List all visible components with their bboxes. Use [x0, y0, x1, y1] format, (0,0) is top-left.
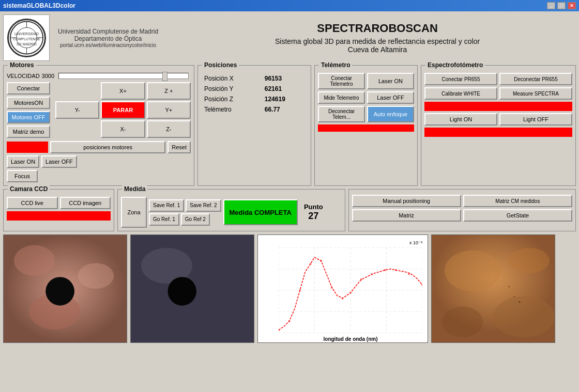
motores-panel: Motores VELOCIDAD 3000 Conectar MotoresO…: [3, 65, 194, 186]
conectar-button[interactable]: Conectar: [7, 82, 50, 95]
medida-title: Medida: [122, 185, 147, 193]
svg-rect-59: [514, 296, 515, 297]
university-logo: UNIVERSIDAD COMPLUTENSE DE MADRID: [7, 19, 46, 57]
motores-off-button[interactable]: Motores OFF: [7, 111, 50, 123]
pos-z-value: 124619: [263, 95, 307, 104]
conectar-telemetro-button[interactable]: Conectar Telemetro: [318, 73, 365, 89]
close-button[interactable]: ✕: [568, 2, 576, 9]
matriz-demo-button[interactable]: Matriz demo: [7, 126, 50, 138]
logo-box: UNIVERSIDAD COMPLUTENSE DE MADRID: [3, 14, 50, 61]
medida-completa-button[interactable]: Medida COMPLETA: [223, 199, 298, 225]
svg-point-57: [509, 248, 550, 274]
chart-y-label: x 10⁻³: [279, 240, 422, 245]
motores-controls: Conectar MotoresON Motores OFF Matriz de…: [7, 82, 191, 138]
motores-title: Motores: [8, 61, 36, 69]
app-subtitle1: Sistema global 3D para medida de reflect…: [179, 37, 576, 45]
window-controls: _ □ ✕: [547, 2, 576, 9]
ccd-imagen-button[interactable]: CCD imagen: [60, 197, 111, 209]
xminus-button[interactable]: X-: [101, 120, 145, 138]
maximize-button[interactable]: □: [557, 2, 566, 9]
svg-text:×: ×: [309, 262, 312, 266]
motores-on-button[interactable]: MotoresON: [7, 97, 50, 109]
punto-label: Punto: [304, 203, 323, 211]
camara-buttons: CCD live CCD imagen: [7, 197, 111, 209]
telemetro-pos-label: Telémetro: [202, 105, 262, 114]
laser-row: Laser ON Laser OFF: [7, 155, 191, 168]
app-title: SPECTRAROBOSCAN: [179, 22, 576, 35]
yminus-button[interactable]: Y-: [55, 101, 99, 119]
focus-button[interactable]: Focus: [7, 170, 38, 182]
velocidad-slider[interactable]: [58, 73, 189, 79]
matriz-button[interactable]: Matriz: [352, 209, 461, 222]
zminus-button[interactable]: Z-: [147, 120, 191, 138]
posiciones-motores-button[interactable]: posiciones motores: [50, 141, 165, 153]
desconectar-pr655-button[interactable]: Deconectar PR655: [499, 73, 572, 85]
pos-y-label: Posición Y: [202, 84, 262, 93]
window-title: sistemaGLOBAL3Dcolor: [3, 2, 75, 9]
telemetro-laser-off-button[interactable]: Laser OFF: [367, 91, 414, 104]
joystick-grid: X+ Z + Y- PARAR Y+ X- Z-: [55, 82, 191, 138]
svg-point-54: [445, 250, 501, 291]
yplus-button[interactable]: Y+: [147, 101, 191, 119]
go-ref1-button[interactable]: Go Ref. 1: [149, 213, 179, 226]
svg-text:×: ×: [341, 296, 344, 301]
svg-text:×: ×: [371, 272, 373, 277]
velocidad-label: VELOCIDAD: [7, 73, 40, 79]
laser-off-button[interactable]: Laser OFF: [41, 155, 77, 168]
svg-text:×: ×: [408, 272, 410, 277]
matriz-cm-button[interactable]: Matriz CM medidos: [463, 195, 572, 207]
conectar-pr655-button[interactable]: Conectar PR655: [424, 73, 497, 85]
svg-point-55: [493, 296, 555, 337]
svg-text:×: ×: [279, 328, 280, 333]
motores-buttons-left: Conectar MotoresON Motores OFF Matriz de…: [7, 82, 53, 138]
bottom-right-panel: Manual positioning Matriz CM medidos Mat…: [348, 189, 576, 231]
camara-title: Camara CCD: [8, 185, 50, 193]
camara-status-bar: [7, 211, 111, 221]
save-ref2-button[interactable]: Save Ref. 2: [186, 199, 221, 212]
go-ref2-button[interactable]: Go Ref 2: [181, 213, 210, 226]
svg-rect-60: [519, 302, 521, 303]
xplus-button[interactable]: X+: [101, 82, 145, 100]
velocidad-value: 3000: [42, 73, 54, 79]
ccd-live-button[interactable]: CCD live: [7, 197, 58, 209]
measure-spectra-button[interactable]: Measure SPECTRA: [499, 87, 572, 100]
reset-button[interactable]: Reset: [167, 141, 191, 153]
save-ref1-button[interactable]: Save Ref. 1: [149, 199, 184, 212]
get-state-button[interactable]: GetState: [463, 209, 572, 222]
desconectar-telemetro-button[interactable]: Deconectar Telem...: [318, 106, 365, 122]
telemetro-status-bar: [318, 124, 414, 132]
zona-button[interactable]: Zona: [121, 197, 147, 228]
manual-positioning-button[interactable]: Manual positioning: [352, 195, 461, 207]
calibrate-white-button[interactable]: Calibrate WHITE: [424, 87, 497, 100]
university-info: Universidad Complutense de Madrid Depart…: [58, 28, 158, 48]
pos-y-value: 62161: [263, 84, 307, 93]
telemetro-title: Telémetro: [319, 61, 352, 69]
zplus-button[interactable]: Z +: [147, 82, 191, 100]
light-on-button[interactable]: Light ON: [424, 113, 497, 126]
laser-on-button[interactable]: Laser ON: [7, 155, 39, 168]
svg-point-15: [45, 278, 74, 305]
espectro-status-bar1: [424, 102, 572, 111]
light-off-button[interactable]: Light OFF: [499, 113, 572, 126]
svg-text:×: ×: [394, 268, 397, 273]
svg-text:UNIVERSIDAD: UNIVERSIDAD: [14, 32, 39, 36]
image-1: [3, 234, 127, 343]
svg-point-56: [442, 307, 483, 337]
minimize-button[interactable]: _: [547, 2, 555, 9]
parar-button[interactable]: PARAR: [101, 101, 145, 119]
header-section: UNIVERSIDAD COMPLUTENSE DE MADRID Univer…: [3, 14, 576, 61]
svg-text:×: ×: [331, 286, 333, 290]
espectro-title: Espectrofotómetro: [425, 61, 485, 69]
svg-point-11: [14, 245, 55, 276]
svg-text:×: ×: [384, 268, 387, 273]
chart-x-label: longitud de onda (nm): [279, 336, 422, 342]
second-panels-row: Camara CCD CCD live CCD imagen Medida Zo…: [3, 189, 576, 231]
auto-enfoque-button[interactable]: Auto enfoque: [367, 106, 414, 122]
posiciones-title: Posiciones: [202, 61, 239, 69]
telemetro-laser-on-button[interactable]: Laser ON: [367, 73, 414, 89]
svg-point-19: [167, 277, 196, 305]
spectra-chart: x 10⁻³ 2 1.5 1 0.5 0 400: [257, 234, 428, 343]
mide-telemetro-button[interactable]: Mide Telemetro: [318, 91, 365, 104]
uni-line2: Departamento de Óptica: [58, 35, 158, 42]
uni-line1: Universidad Complutense de Madrid: [58, 28, 158, 35]
